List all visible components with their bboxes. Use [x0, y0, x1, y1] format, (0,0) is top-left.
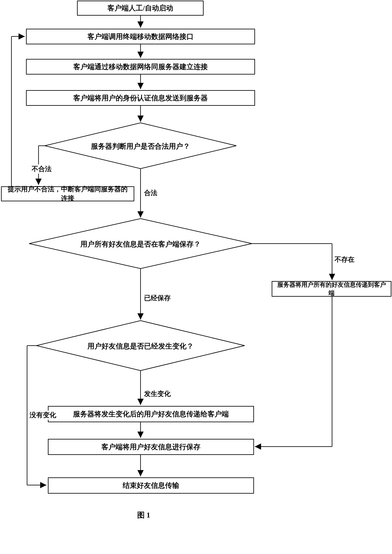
step2-label: 客户端通过移动数据网络同服务器建立连接 [73, 62, 208, 72]
edge-saved: 已经保存 [143, 294, 172, 303]
invalid-box: 提示用户不合法，中断客户端同服务器的连接 [1, 186, 134, 201]
end-box: 结束好友信息传输 [48, 477, 254, 494]
decision2-label: 用户所有好友信息是否在客户端保存？ [78, 239, 203, 249]
edge-valid: 合法 [143, 189, 158, 197]
figure-label: 图 1 [123, 510, 164, 520]
step4-box: 服务器将发生变化后的用户好友信息传递给客户端 [48, 406, 254, 422]
edge-not-exist: 不存在 [334, 255, 355, 264]
not-exist-box: 服务器将用户所有的好友信息传递到客户端 [272, 281, 391, 297]
edge-changed: 发生变化 [143, 389, 172, 399]
start-label: 客户端人工/自动启动 [107, 3, 173, 13]
step5-label: 客户端将用户好友信息进行保存 [101, 442, 201, 452]
edge-no-change: 没有变化 [29, 411, 57, 420]
step1-box: 客户端调用终端移动数据网络接口 [26, 29, 255, 44]
step5-box: 客户端将用户好友信息进行保存 [48, 439, 254, 455]
step3-box: 客户端将用户的身份认证信息发送到服务器 [26, 90, 255, 106]
step4-label: 服务器将发生变化后的用户好友信息传递给客户端 [73, 409, 229, 419]
edge-invalid: 不合法 [31, 164, 52, 174]
not-exist-box-label: 服务器将用户所有的好友信息传递到客户端 [275, 281, 388, 297]
step2-box: 客户端通过移动数据网络同服务器建立连接 [26, 59, 255, 75]
step3-label: 客户端将用户的身份认证信息发送到服务器 [73, 93, 208, 103]
decision3-label: 用户好友信息是否已经发生变化？ [78, 341, 203, 351]
invalid-box-label: 提示用户不合法，中断客户端同服务器的连接 [5, 185, 131, 203]
step1-label: 客户端调用终端移动数据网络接口 [87, 32, 194, 42]
end-label: 结束好友信息传输 [123, 481, 179, 490]
decision1-label: 服务器判断用户是否合法用户？ [78, 141, 203, 151]
start-box: 客户端人工/自动启动 [77, 1, 203, 16]
flowchart-svg [0, 0, 392, 554]
